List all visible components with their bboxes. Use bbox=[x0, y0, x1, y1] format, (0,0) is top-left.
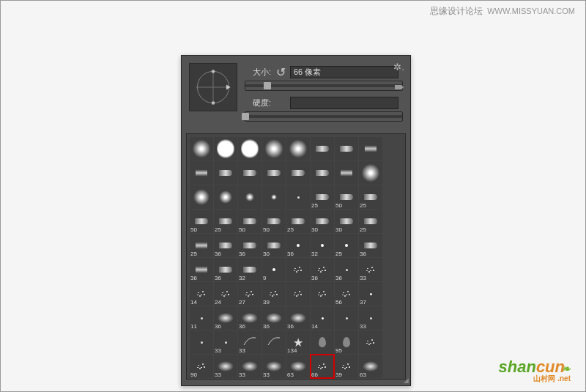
brush-thumb[interactable]: 33 bbox=[359, 258, 382, 281]
brush-thumb[interactable]: 50 bbox=[238, 210, 262, 233]
brush-thumb[interactable] bbox=[335, 161, 358, 185]
brush-thumb[interactable] bbox=[311, 137, 334, 160]
reset-size-icon[interactable]: ↺ bbox=[275, 67, 286, 77]
brush-thumb[interactable] bbox=[214, 185, 237, 209]
size-slider-thumb[interactable] bbox=[264, 82, 271, 89]
flyout-menu-icon[interactable] bbox=[395, 81, 404, 92]
brush-thumb[interactable]: 63 bbox=[359, 355, 382, 378]
brush-thumb[interactable] bbox=[359, 330, 382, 354]
brush-thumb[interactable] bbox=[190, 330, 213, 354]
brush-thumb[interactable]: 36 bbox=[286, 234, 310, 257]
brush-thumb[interactable]: 90 bbox=[190, 355, 213, 378]
svg-marker-5 bbox=[226, 84, 230, 89]
brush-thumb[interactable] bbox=[262, 330, 286, 354]
brush-thumb[interactable]: 25 bbox=[359, 210, 382, 233]
brush-thumb[interactable] bbox=[286, 185, 310, 209]
brush-thumb[interactable]: 36 bbox=[238, 306, 262, 330]
brush-thumb[interactable]: 27 bbox=[238, 282, 262, 306]
brush-thumb[interactable]: 39 bbox=[335, 355, 358, 378]
brush-thumb[interactable]: 66 bbox=[311, 355, 334, 378]
brush-thumb[interactable] bbox=[359, 137, 382, 160]
brush-thumb[interactable]: 32 bbox=[311, 234, 334, 257]
brush-thumb[interactable]: 9 bbox=[262, 258, 286, 281]
brush-thumb[interactable]: 11 bbox=[190, 306, 213, 330]
watermark-top: 思缘设计论坛WWW.MISSYUAN.COM bbox=[430, 5, 575, 18]
brush-thumb[interactable]: 36 bbox=[190, 258, 213, 281]
brush-thumb[interactable] bbox=[262, 137, 286, 160]
brush-thumb[interactable]: 14 bbox=[190, 282, 213, 306]
brush-thumb[interactable]: 11 bbox=[190, 379, 213, 380]
brush-thumb[interactable]: 32 bbox=[238, 258, 262, 281]
brush-thumb[interactable]: 39 bbox=[262, 282, 286, 306]
brush-thumb[interactable] bbox=[286, 282, 310, 306]
brush-thumb[interactable] bbox=[311, 330, 334, 354]
brush-thumb[interactable] bbox=[286, 161, 310, 185]
brush-thumb[interactable]: 37 bbox=[359, 282, 382, 306]
brush-thumb[interactable] bbox=[335, 137, 358, 160]
brush-thumb[interactable]: 56 bbox=[335, 282, 358, 306]
brush-thumb[interactable]: 25 bbox=[311, 185, 334, 209]
brush-thumb[interactable]: 30 bbox=[335, 210, 358, 233]
brush-thumb[interactable]: 25 bbox=[335, 234, 358, 257]
size-input[interactable] bbox=[290, 66, 398, 78]
brush-thumb[interactable]: 25 bbox=[190, 234, 213, 257]
brush-thumb[interactable]: 55 bbox=[262, 379, 286, 380]
svg-point-4 bbox=[212, 101, 215, 105]
brush-thumb[interactable]: 36 bbox=[214, 306, 237, 330]
brush-thumb[interactable] bbox=[311, 282, 334, 306]
brush-thumb[interactable] bbox=[214, 137, 237, 160]
resize-grip-icon[interactable]: ◢ bbox=[404, 377, 409, 384]
brush-thumb[interactable]: 50 bbox=[262, 210, 286, 233]
brush-thumb[interactable] bbox=[238, 137, 262, 160]
brush-thumb[interactable]: 33 bbox=[238, 330, 262, 354]
brush-thumb[interactable]: 25 bbox=[286, 210, 310, 233]
size-slider[interactable] bbox=[245, 81, 403, 91]
brush-thumb[interactable] bbox=[335, 306, 358, 330]
brush-thumb[interactable]: 33 bbox=[214, 355, 237, 378]
hardness-input[interactable] bbox=[290, 97, 398, 109]
brush-thumb[interactable] bbox=[214, 161, 237, 185]
brush-thumb[interactable] bbox=[238, 161, 262, 185]
brush-thumb[interactable]: 33 bbox=[238, 355, 262, 378]
brush-thumb[interactable]: 36 bbox=[286, 306, 310, 330]
brush-thumb[interactable]: 25 bbox=[214, 210, 237, 233]
gear-icon[interactable]: ✲. bbox=[393, 62, 404, 73]
brush-thumb[interactable]: 33 bbox=[262, 355, 286, 378]
brush-thumb[interactable]: 33 bbox=[359, 306, 382, 330]
brush-thumb[interactable]: 36 bbox=[335, 258, 358, 281]
brush-thumb[interactable] bbox=[286, 258, 310, 281]
brush-thumb[interactable]: 33 bbox=[214, 330, 237, 354]
brush-thumb[interactable] bbox=[311, 161, 334, 185]
brush-thumb[interactable] bbox=[359, 161, 382, 185]
brush-thumb[interactable]: 30 bbox=[311, 210, 334, 233]
brush-thumb[interactable]: 100 bbox=[286, 379, 310, 380]
brush-thumb[interactable]: 48 bbox=[214, 379, 237, 380]
brush-thumb[interactable]: 36 bbox=[262, 306, 286, 330]
brush-thumb[interactable]: 36 bbox=[359, 234, 382, 257]
brush-thumb[interactable]: 25 bbox=[359, 185, 382, 209]
hardness-slider-thumb[interactable] bbox=[242, 113, 249, 120]
svg-point-3 bbox=[212, 70, 215, 73]
brush-thumb[interactable] bbox=[286, 137, 310, 160]
brush-thumb[interactable]: 14 bbox=[311, 306, 334, 330]
brush-thumb[interactable] bbox=[190, 137, 213, 160]
brush-thumb[interactable] bbox=[262, 161, 286, 185]
brush-thumb[interactable]: 63 bbox=[286, 355, 310, 378]
brush-thumb[interactable]: ★134 bbox=[286, 330, 310, 354]
brush-thumb[interactable]: 36 bbox=[238, 234, 262, 257]
brush-thumb[interactable]: 50 bbox=[190, 210, 213, 233]
brush-thumb[interactable]: 50 bbox=[335, 185, 358, 209]
brush-thumb[interactable] bbox=[262, 185, 286, 209]
brush-thumb[interactable]: 24 bbox=[214, 282, 237, 306]
logo: shancun❧ 山村网 .net bbox=[499, 358, 571, 384]
hardness-slider[interactable] bbox=[245, 111, 403, 122]
brush-thumb[interactable]: 36 bbox=[311, 258, 334, 281]
brush-thumb[interactable]: 30 bbox=[262, 234, 286, 257]
brush-thumb[interactable] bbox=[190, 185, 213, 209]
brush-thumb[interactable] bbox=[190, 161, 213, 185]
brush-thumb[interactable]: 36 bbox=[214, 258, 237, 281]
brush-thumb[interactable]: 32 bbox=[238, 379, 262, 380]
brush-thumb[interactable]: 95 bbox=[335, 330, 358, 354]
brush-thumb[interactable]: 36 bbox=[214, 234, 237, 257]
brush-thumb[interactable] bbox=[238, 185, 262, 209]
